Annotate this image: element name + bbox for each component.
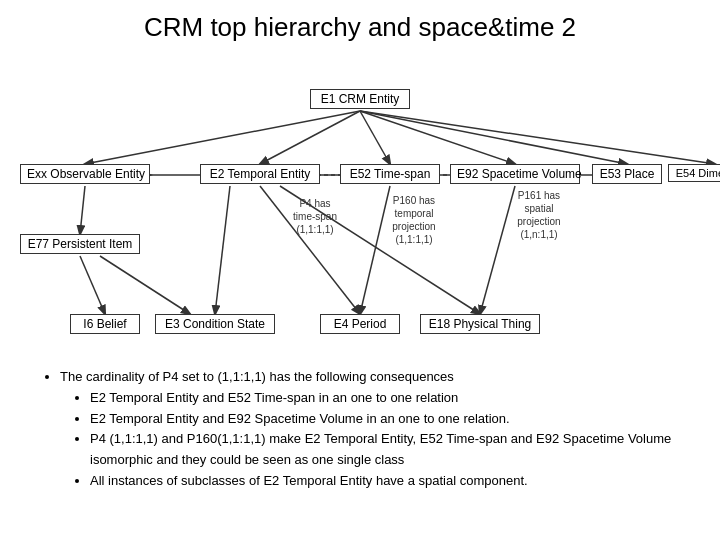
page-title: CRM top hierarchy and space&time 2: [0, 0, 720, 49]
svg-line-2: [360, 111, 390, 164]
sub-bullet-1: E2 Temporal Entity and E52 Time-span in …: [90, 388, 690, 409]
node-e1: E1 CRM Entity: [310, 89, 410, 109]
svg-line-13: [100, 256, 190, 314]
node-e77: E77 Persistent Item: [20, 234, 140, 254]
node-e3: E3 Condition State: [155, 314, 275, 334]
svg-line-4: [360, 111, 627, 164]
sub-bullet-4: All instances of subclasses of E2 Tempor…: [90, 471, 690, 492]
svg-line-5: [360, 111, 715, 164]
svg-line-3: [360, 111, 515, 164]
annotation-p4: P4 has time-span (1,1:1,1): [280, 197, 350, 236]
bullet-section: The cardinality of P4 set to (1,1:1,1) h…: [0, 359, 720, 492]
node-e52: E52 Time-span: [340, 164, 440, 184]
sub-bullet-2: E2 Temporal Entity and E92 Spacetime Vol…: [90, 409, 690, 430]
svg-line-12: [80, 256, 105, 314]
node-e2: E2 Temporal Entity: [200, 164, 320, 184]
node-e92: E92 Spacetime Volume: [450, 164, 580, 184]
svg-line-6: [80, 186, 85, 234]
node-e54: E54 Dimension: [668, 164, 720, 182]
diagram-area: E1 CRM Entity Exx Observable Entity E2 T…: [0, 49, 720, 359]
svg-line-1: [260, 111, 360, 164]
annotation-p160: P160 has temporal projection (1,1:1,1): [378, 194, 450, 246]
node-exx: Exx Observable Entity: [20, 164, 150, 184]
svg-line-10: [215, 186, 230, 314]
sub-bullet-3: P4 (1,1:1,1) and P160(1,1:1,1) make E2 T…: [90, 429, 690, 471]
node-e18: E18 Physical Thing: [420, 314, 540, 334]
svg-line-0: [85, 111, 360, 164]
node-i6: I6 Belief: [70, 314, 140, 334]
node-e4: E4 Period: [320, 314, 400, 334]
node-e53: E53 Place: [592, 164, 662, 184]
main-bullet: The cardinality of P4 set to (1,1:1,1) h…: [60, 367, 690, 388]
annotation-p161: P161 has spatial projection (1,n:1,1): [500, 189, 578, 241]
